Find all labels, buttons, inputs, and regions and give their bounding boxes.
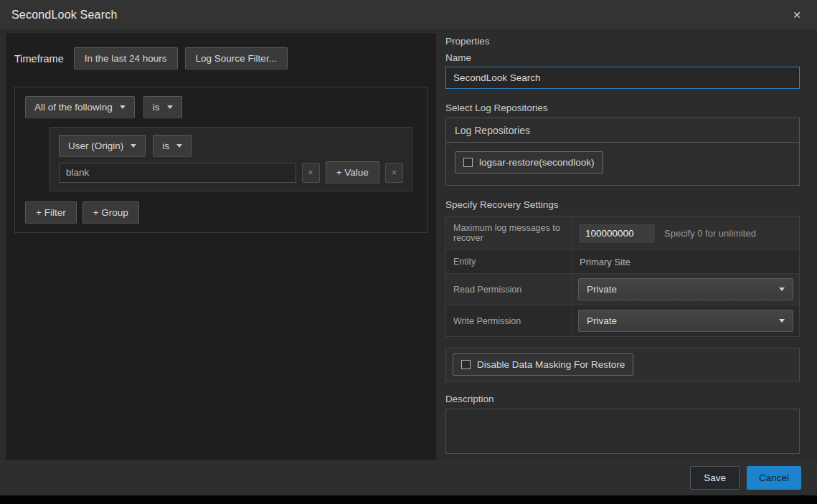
group-condition-dropdown[interactable]: is xyxy=(143,96,182,118)
remove-icon: × xyxy=(392,168,397,178)
select-log-repositories-label: Select Log Repositories xyxy=(445,103,800,113)
entity-cell: Primary Site xyxy=(572,250,799,273)
chevron-down-icon xyxy=(131,144,136,148)
timeframe-row: Timeframe In the last 24 hours Log Sourc… xyxy=(14,47,428,70)
read-permission-dropdown[interactable]: Private xyxy=(578,278,793,300)
remove-filter-button[interactable]: × xyxy=(385,163,403,183)
max-messages-label: Maximum log messages to recover xyxy=(446,217,572,249)
filter-group-box: All of the following is User (Origin) is xyxy=(14,87,428,233)
read-permission-value: Private xyxy=(587,284,617,295)
dialog-titlebar: SecondLook Search ✕ xyxy=(0,0,817,30)
chevron-down-icon xyxy=(176,144,182,148)
max-messages-hint: Specify 0 for unlimited xyxy=(664,228,756,239)
chevron-down-icon xyxy=(779,319,785,323)
write-permission-value: Private xyxy=(587,315,617,326)
group-operator-dropdown[interactable]: All of the following xyxy=(25,96,135,118)
max-messages-cell: Specify 0 for unlimited xyxy=(572,217,799,249)
dialog-footer: Save Cancel xyxy=(0,460,817,495)
repository-item-label: logsar-restore(secondlook) xyxy=(479,157,595,168)
table-row: Write Permission Private xyxy=(446,305,799,336)
group-condition-label: is xyxy=(153,102,160,113)
rule-field-dropdown[interactable]: User (Origin) xyxy=(59,135,146,157)
rule-field-row: User (Origin) is xyxy=(59,135,403,157)
name-label: Name xyxy=(445,52,800,63)
entity-value: Primary Site xyxy=(578,257,631,267)
recovery-settings-table: Maximum log messages to recover Specify … xyxy=(445,216,800,337)
write-permission-dropdown[interactable]: Private xyxy=(578,310,793,332)
disable-masking-label: Disable Data Masking For Restore xyxy=(477,359,625,370)
timeframe-button[interactable]: In the last 24 hours xyxy=(74,47,178,70)
checkbox-icon[interactable] xyxy=(463,158,473,167)
table-row: Maximum log messages to recover Specify … xyxy=(446,217,799,250)
chevron-down-icon xyxy=(167,105,173,109)
read-permission-cell: Private xyxy=(572,274,799,305)
name-input[interactable] xyxy=(445,67,800,89)
save-button[interactable]: Save xyxy=(690,466,740,490)
filter-actions-row: + Filter + Group xyxy=(25,201,417,224)
properties-panel: Properties Name Select Log Repositories … xyxy=(445,36,800,457)
table-row: Entity Primary Site xyxy=(446,250,799,274)
repository-checkbox-item[interactable]: logsar-restore(secondlook) xyxy=(455,151,603,173)
properties-section-label: Properties xyxy=(445,36,800,47)
add-filter-button[interactable]: + Filter xyxy=(25,201,77,224)
log-repositories-list: logsar-restore(secondlook) xyxy=(446,143,799,182)
chevron-down-icon xyxy=(120,105,126,109)
write-permission-label: Write Permission xyxy=(446,305,572,336)
log-source-filter-button[interactable]: Log Source Filter... xyxy=(185,47,288,70)
close-button[interactable]: ✕ xyxy=(788,7,806,23)
write-permission-cell: Private xyxy=(572,305,799,336)
add-group-button[interactable]: + Group xyxy=(82,201,139,224)
close-icon: ✕ xyxy=(793,9,801,21)
rule-value-input[interactable] xyxy=(59,163,296,183)
log-repositories-box: Log Repositories logsar-restore(secondlo… xyxy=(445,118,800,186)
recovery-settings-label: Specify Recovery Settings xyxy=(445,199,800,210)
rule-field-label: User (Origin) xyxy=(68,141,123,151)
secondlook-search-dialog: SecondLook Search ✕ Timeframe In the las… xyxy=(0,0,817,504)
cancel-button[interactable]: Cancel xyxy=(747,466,801,490)
add-value-button[interactable]: + Value xyxy=(326,161,379,184)
chevron-down-icon xyxy=(779,287,785,291)
filter-rule-box: User (Origin) is × + Value × xyxy=(49,127,412,191)
remove-value-button[interactable]: × xyxy=(302,163,320,183)
log-repositories-box-title: Log Repositories xyxy=(446,118,799,143)
disable-masking-checkbox-item[interactable]: Disable Data Masking For Restore xyxy=(453,353,633,376)
group-operator-label: All of the following xyxy=(34,102,113,113)
timeframe-label: Timeframe xyxy=(14,53,64,65)
data-masking-box: Disable Data Masking For Restore xyxy=(445,348,800,381)
rule-condition-label: is xyxy=(162,141,169,151)
max-messages-input[interactable] xyxy=(578,223,656,244)
desktop-background-strip xyxy=(0,495,817,504)
rule-value-row: × + Value × xyxy=(59,161,403,184)
rule-condition-dropdown[interactable]: is xyxy=(153,135,192,157)
entity-label: Entity xyxy=(446,250,572,273)
read-permission-label: Read Permission xyxy=(446,274,572,305)
filter-panel: Timeframe In the last 24 hours Log Sourc… xyxy=(6,33,436,460)
checkbox-icon[interactable] xyxy=(461,360,471,369)
description-label: Description xyxy=(445,394,800,404)
table-row: Read Permission Private xyxy=(446,274,799,305)
description-textarea[interactable] xyxy=(445,409,800,454)
remove-icon: × xyxy=(308,168,313,178)
dialog-title: SecondLook Search xyxy=(11,9,118,22)
group-operator-row: All of the following is xyxy=(25,96,417,118)
